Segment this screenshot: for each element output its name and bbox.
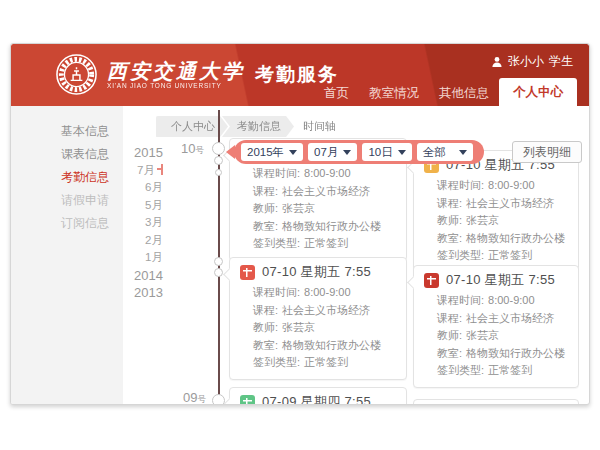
- period-february[interactable]: 2月: [107, 232, 163, 250]
- type-select[interactable]: 全部: [417, 143, 473, 161]
- attendance-card[interactable]: 07-10 星期五 7:55 课程时间:8:00-9:00 课程:社会主义市场经…: [229, 257, 407, 380]
- checkin-stamp-icon: [240, 395, 255, 406]
- university-logo-icon: [55, 53, 98, 96]
- user-info[interactable]: 张小小 学生: [491, 53, 573, 70]
- app-header: 西安交通大学 XI'AN JIAO TONG UNIVERSITY 考勤服务 张…: [11, 44, 589, 106]
- user-name: 张小小: [508, 53, 544, 70]
- university-name-en: XI'AN JIAO TONG UNIVERSITY: [107, 82, 245, 90]
- nav-item-home[interactable]: 首页: [314, 83, 359, 103]
- list-detail-button[interactable]: 列表明细: [512, 141, 582, 163]
- period-2014[interactable]: 2014: [107, 267, 163, 285]
- month-select[interactable]: 07月: [308, 143, 357, 161]
- period-january[interactable]: 1月: [107, 249, 163, 267]
- chevron-down-icon: [459, 150, 467, 159]
- university-name: 西安交通大学 XI'AN JIAO TONG UNIVERSITY: [107, 60, 245, 90]
- attendance-card[interactable]: 07-09 星期四 7:55: [229, 387, 407, 405]
- main-nav: 首页 教室情况 其他信息 个人中心: [314, 78, 577, 106]
- day-label-09: 09号: [183, 390, 206, 405]
- breadcrumb-attendance[interactable]: 考勤信息: [222, 116, 294, 137]
- attendance-card[interactable]: 07-10 星期五 7:55 课程时间:8:00-9:00 课程:社会主义市场经…: [413, 150, 579, 273]
- period-2015[interactable]: 2015: [107, 144, 163, 162]
- current-month-marker-icon: [157, 164, 163, 175]
- card-date: 07-09 星期四 7:55: [262, 393, 371, 405]
- day-select[interactable]: 10日: [362, 143, 411, 161]
- checkin-stamp-icon: [240, 265, 255, 280]
- nav-item-classrooms[interactable]: 教室情况: [359, 83, 429, 103]
- nav-item-personal-center[interactable]: 个人中心: [499, 78, 577, 106]
- chevron-down-icon: [289, 150, 297, 159]
- timeline-node: [214, 257, 223, 266]
- brand: 西安交通大学 XI'AN JIAO TONG UNIVERSITY 考勤服务: [55, 53, 339, 96]
- date-filter-bar: 2015年 07月 10日 全部: [234, 140, 484, 164]
- timeline-period-list: 2015 7月 6月 5月 3月 2月 1月 2014 2013: [107, 144, 163, 302]
- university-name-cn: 西安交通大学: [107, 60, 245, 82]
- chevron-down-icon: [398, 150, 406, 159]
- sidebar-item-basic-info[interactable]: 基本信息: [11, 120, 123, 143]
- card-date: 07-10 星期五 7:55: [262, 263, 371, 281]
- checkin-stamp-icon: [424, 273, 439, 288]
- chevron-down-icon: [343, 150, 351, 159]
- day-label-10: 10号: [181, 141, 204, 157]
- user-icon: [491, 56, 503, 68]
- period-may[interactable]: 5月: [107, 197, 163, 215]
- attendance-card[interactable]: [413, 399, 579, 405]
- period-march[interactable]: 3月: [107, 214, 163, 232]
- timeline-node: [212, 142, 225, 155]
- period-june[interactable]: 6月: [107, 179, 163, 197]
- attendance-card[interactable]: 07-10 星期五 7:55 课程时间:8:00-9:00 课程:社会主义市场经…: [413, 265, 579, 388]
- user-role: 学生: [549, 53, 573, 70]
- timeline-node: [214, 268, 223, 277]
- breadcrumb: 个人中心 考勤信息 时间轴: [156, 116, 349, 137]
- year-select[interactable]: 2015年: [241, 143, 303, 161]
- nav-item-other-info[interactable]: 其他信息: [429, 83, 499, 103]
- period-2013[interactable]: 2013: [107, 284, 163, 302]
- timeline-node: [214, 156, 223, 165]
- card-date: 07-10 星期五 7:55: [446, 271, 555, 289]
- timeline-node: [215, 169, 222, 176]
- breadcrumb-timeline[interactable]: 时间轴: [288, 116, 349, 137]
- period-july-current[interactable]: 7月: [107, 162, 163, 180]
- app-window: 西安交通大学 XI'AN JIAO TONG UNIVERSITY 考勤服务 张…: [10, 43, 590, 405]
